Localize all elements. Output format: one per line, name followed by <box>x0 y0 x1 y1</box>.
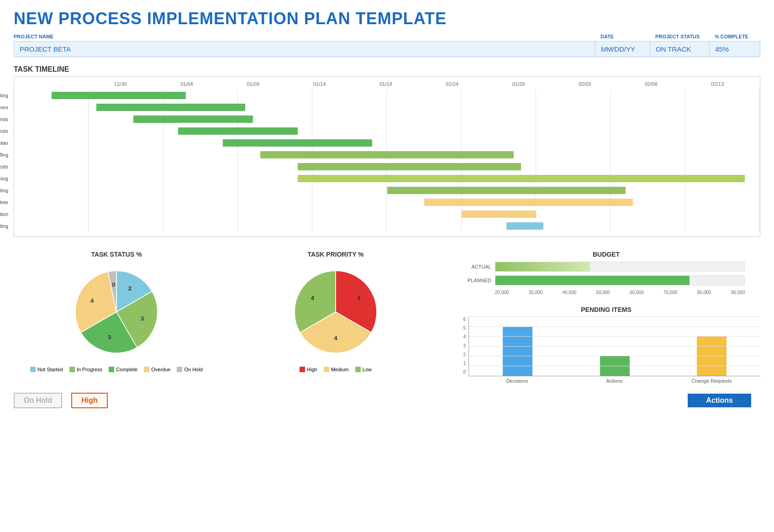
gantt-bar <box>133 116 253 123</box>
gantt-task-label: Testing <box>0 188 12 193</box>
gantt-task-label: Dev. Complete <box>0 200 12 205</box>
gantt-bar <box>462 211 536 218</box>
task-priority-legend: HighMediumLow <box>300 367 372 372</box>
task-status-title: TASK STATUS % <box>14 251 219 258</box>
project-date-label: DATE <box>596 34 651 39</box>
gantt-date-label: 01/09 <box>220 81 286 87</box>
gantt-task-label: System testing <box>0 223 12 229</box>
task-status-legend: Not StartedIn ProgressCompleteOverdueOn … <box>30 367 203 372</box>
gantt-row: Hardware requests <box>14 125 760 137</box>
charts-section: TASK STATUS % 23340 Not StartedIn Progre… <box>14 251 760 384</box>
actions-badge[interactable]: Actions <box>688 394 751 407</box>
gantt-row: Agree on objectives <box>14 101 760 113</box>
legend-item: Complete <box>109 367 137 372</box>
task-priority-pie: 444 <box>285 262 386 362</box>
gantt-task-label: Final resource plan <box>0 140 12 146</box>
budget-bar-row: PLANNED <box>468 275 745 285</box>
gantt-row: Training <box>14 173 760 184</box>
legend-item: In Progress <box>69 367 102 372</box>
gantt-task-label: Training <box>0 176 12 181</box>
svg-text:4: 4 <box>311 295 315 301</box>
gantt-bar <box>178 127 297 135</box>
pending-chart: 0123456DecisionsActionsChange Requests <box>452 317 760 384</box>
budget-title: BUDGET <box>452 251 760 258</box>
project-date-value: MM/DD/YY <box>595 42 650 57</box>
legend-item: Medium <box>324 367 349 372</box>
page-title: NEW PROCESS IMPLEMENTATION PLAN TEMPLATE <box>14 9 760 28</box>
gantt-task-label: Agree on objectives <box>0 105 12 110</box>
budget-bar-label: ACTUAL <box>468 264 495 269</box>
gantt-row: Dev. Complete <box>14 196 760 208</box>
task-priority-title: TASK PRIORITY % <box>233 251 438 258</box>
bottom-row: On Hold High Actions <box>14 393 760 408</box>
pending-bar <box>503 327 532 376</box>
svg-text:0: 0 <box>112 281 115 288</box>
budget-axis: 20,00030,00040,00050,00060,00070,00080,0… <box>495 289 745 295</box>
pending-title: PENDING ITEMS <box>452 306 760 313</box>
gantt-row: Technical requests <box>14 161 760 173</box>
pending-bar-group <box>469 327 566 376</box>
gantt-row: Detail requests <box>14 113 760 125</box>
project-complete-label: % COMPLETE <box>710 34 760 39</box>
project-status-label: PROJECT STATUS <box>651 34 710 39</box>
gantt-bar <box>298 163 521 170</box>
gantt-bar <box>298 175 745 182</box>
on-hold-badge: On Hold <box>14 393 62 408</box>
svg-text:4: 4 <box>334 335 337 342</box>
budget-bar-fill <box>495 262 590 271</box>
gantt-bar <box>223 139 372 147</box>
gantt-task-label: Hardware requests <box>0 128 12 134</box>
budget-bar-label: PLANNED <box>468 278 495 283</box>
gantt-date-label: 02/08 <box>618 81 684 87</box>
gantt-date-label: 12/30 <box>87 81 153 87</box>
gantt-row: Final resource plan <box>14 137 760 149</box>
project-status-value: ON TRACK <box>650 42 710 57</box>
gantt-task-label: Hardware configuration <box>0 211 12 217</box>
gantt-bar <box>387 187 626 194</box>
gantt-row: Testing <box>14 184 760 196</box>
task-status-chart: TASK STATUS % 23340 Not StartedIn Progre… <box>14 251 219 384</box>
gantt-date-label: 02/13 <box>684 81 751 87</box>
task-timeline-title: TASK TIMELINE <box>14 65 760 74</box>
task-priority-chart: TASK PRIORITY % 444 HighMediumLow <box>233 251 438 384</box>
gantt-date-label: 01/14 <box>286 81 353 87</box>
budget-chart: ACTUALPLANNED20,00030,00040,00050,00060,… <box>468 262 745 295</box>
gantt-task-label: Detail requests <box>0 116 12 122</box>
svg-text:3: 3 <box>108 334 111 341</box>
svg-text:4: 4 <box>357 295 361 301</box>
legend-item: Low <box>355 367 372 372</box>
svg-text:2: 2 <box>128 285 132 292</box>
project-name-label: PROJECT NAME <box>14 34 596 39</box>
project-complete-value: 45% <box>710 42 760 57</box>
gantt-date-label: 01/29 <box>485 81 552 87</box>
pending-x-label: Decisions <box>469 376 566 384</box>
gantt-date-label: 01/19 <box>353 81 419 87</box>
gantt-row: System testing <box>14 220 760 232</box>
gantt-row: Staffing <box>14 149 760 161</box>
right-charts: BUDGET ACTUALPLANNED20,00030,00040,00050… <box>452 251 760 384</box>
gantt-chart: 12/3001/0401/0901/1401/1901/2401/2902/03… <box>14 76 760 237</box>
gantt-task-label: Set Kick-Off Meeting <box>0 93 12 98</box>
gantt-bar <box>52 92 186 99</box>
legend-item: On Hold <box>177 367 202 372</box>
pending-bars-area <box>469 317 760 376</box>
gantt-row: Hardware configuration <box>14 208 760 220</box>
pending-x-label: Actions <box>566 376 663 384</box>
gantt-date-label: 01/24 <box>419 81 485 87</box>
pending-y-axis: 0123456 <box>452 317 466 374</box>
legend-item: Not Started <box>30 367 63 372</box>
task-status-pie: 23340 <box>66 262 167 362</box>
gantt-date-label: 02/03 <box>552 81 618 87</box>
budget-bar-fill <box>495 276 690 285</box>
gantt-task-label: Technical requests <box>0 164 12 169</box>
legend-item: High <box>300 367 317 372</box>
gantt-bar <box>260 151 514 158</box>
project-info-row: PROJECT BETA MM/DD/YY ON TRACK 45% <box>14 41 760 57</box>
gantt-bar <box>506 222 544 230</box>
gantt-bar <box>96 104 246 111</box>
svg-text:4: 4 <box>90 297 94 304</box>
high-badge: High <box>71 393 108 408</box>
project-name-value: PROJECT BETA <box>14 42 595 57</box>
pending-x-labels: DecisionsActionsChange Requests <box>469 376 760 384</box>
pending-x-label: Change Requests <box>663 376 760 384</box>
